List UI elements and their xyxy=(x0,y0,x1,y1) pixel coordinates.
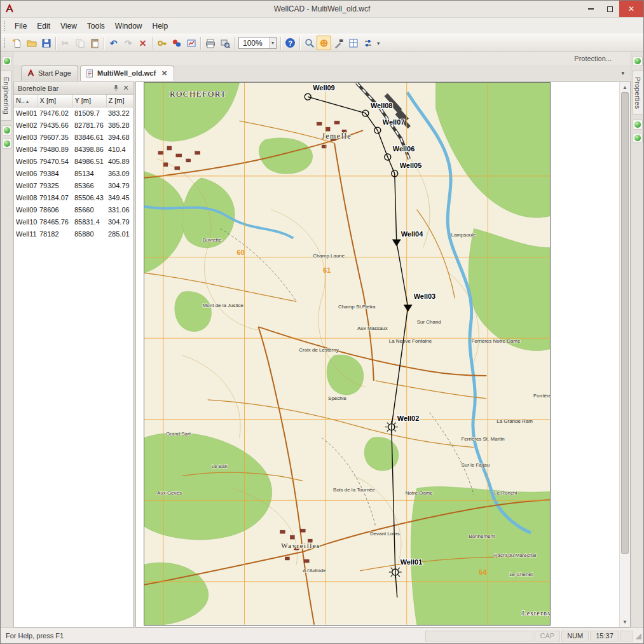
tab-start-page[interactable]: Start Page xyxy=(21,65,78,81)
crosshair-target-icon: ⊕ xyxy=(320,38,328,48)
left-panel-button-3[interactable] xyxy=(2,139,12,149)
color-options-button[interactable] xyxy=(169,36,184,50)
well-positions-button[interactable]: ⊕ xyxy=(317,36,331,50)
scroll-thumb[interactable] xyxy=(621,92,629,554)
document-icon xyxy=(86,69,94,78)
table-row[interactable]: Well0379607.3583846.61394.68 xyxy=(14,131,133,143)
menu-edit[interactable]: Edit xyxy=(32,19,55,33)
template-settings-button[interactable] xyxy=(360,36,375,50)
table-row[interactable]: Well0579470.5484986.51405.89 xyxy=(14,155,133,167)
tab-multiwell-old[interactable]: MultiWell_old.wcf ✕ xyxy=(80,65,174,81)
toolbar-overflow-chevron-icon[interactable]: ▾ xyxy=(375,40,382,46)
find-button[interactable] xyxy=(302,36,317,50)
sheet-layout-button[interactable] xyxy=(346,36,360,50)
borehole-bar-title: Borehole Bar xyxy=(18,85,111,92)
new-document-button[interactable] xyxy=(10,36,24,50)
log-chart-icon xyxy=(186,38,196,48)
panel-close-icon[interactable]: ✕ xyxy=(121,84,131,92)
map-place-label: ROCHEFORT xyxy=(170,89,227,99)
menu-window[interactable]: Window xyxy=(110,19,147,33)
design-tools-button[interactable] xyxy=(331,36,346,50)
app-window: WellCAD - MultiWell_old.wcf ✕ FileEditVi… xyxy=(0,0,644,644)
zoom-dropdown-chevron-icon[interactable]: ▾ xyxy=(269,38,276,48)
log-settings-button[interactable] xyxy=(184,36,198,50)
right-panel-button-2[interactable] xyxy=(633,120,643,130)
delete-button[interactable]: ✕ xyxy=(135,36,150,50)
document-area: ROCHEFORTJemelleWavreillesLesternyFerriè… xyxy=(135,81,631,627)
well-label: Well01 xyxy=(401,558,423,566)
table-row[interactable]: Well077932585366304.79 xyxy=(14,179,133,191)
menu-help[interactable]: Help xyxy=(147,19,174,33)
cut-icon: ✂ xyxy=(62,39,69,48)
left-panel-button-2[interactable] xyxy=(2,125,12,135)
minimize-button[interactable] xyxy=(581,1,600,17)
tools-icon xyxy=(334,38,344,48)
well-label: Well03 xyxy=(414,292,436,300)
protection-button[interactable] xyxy=(154,36,169,50)
undo-button[interactable]: ↶ xyxy=(106,36,121,50)
map-place-label: Wavreilles xyxy=(281,542,320,549)
table-row[interactable]: Well1078465.7685831.4304.79 xyxy=(14,216,133,228)
new-document-icon xyxy=(12,38,22,48)
right-panel-button-1[interactable] xyxy=(633,56,643,66)
cut-button[interactable]: ✂ xyxy=(58,36,72,50)
scroll-up-icon[interactable]: ▲ xyxy=(620,82,630,92)
column-header-name[interactable]: N..▴ xyxy=(14,95,38,107)
table-row[interactable]: Well067938485134363.09 xyxy=(14,167,133,179)
print-button[interactable] xyxy=(203,36,217,50)
table-row[interactable]: Well0479480.8984398.86410.4 xyxy=(14,143,133,155)
map-place-label: Jemelle xyxy=(322,132,352,140)
maximize-button[interactable] xyxy=(600,1,619,17)
borehole-table-body: Well0179476.0281509.7383.22Well0279435.6… xyxy=(14,107,133,240)
table-row[interactable]: Well0879184.0785506.43349.45 xyxy=(14,191,133,203)
right-panel-button-3[interactable] xyxy=(633,133,643,143)
paste-icon xyxy=(90,38,100,48)
left-panel-button-1[interactable] xyxy=(2,56,12,66)
map-place-label: La Grande Ram xyxy=(497,418,533,424)
map-place-label: Sur Chand xyxy=(417,319,441,325)
menu-tools[interactable]: Tools xyxy=(82,19,110,33)
menu-file[interactable]: File xyxy=(10,19,32,33)
column-header-z[interactable]: Z [m] xyxy=(106,95,133,107)
map-viewport[interactable]: ROCHEFORTJemelleWavreillesLesternyFerriè… xyxy=(136,82,619,627)
menu-view[interactable]: View xyxy=(55,19,82,33)
save-icon xyxy=(41,38,51,48)
printer-icon xyxy=(205,38,216,48)
pin-icon[interactable] xyxy=(111,85,121,92)
tab-list-chevron-icon[interactable]: ▾ xyxy=(619,69,627,78)
copy-icon xyxy=(75,38,85,48)
green-panel-icon xyxy=(634,58,641,64)
print-preview-button[interactable] xyxy=(217,36,232,50)
toolbar-grip[interactable] xyxy=(4,38,6,48)
properties-tab[interactable]: Properties xyxy=(632,71,643,115)
resize-grip-icon[interactable]: ◢ xyxy=(636,631,641,640)
column-header-y[interactable]: Y [m] xyxy=(72,95,106,107)
color-dots-icon xyxy=(172,38,182,48)
tab-close-icon[interactable]: ✕ xyxy=(161,69,167,78)
vertical-scrollbar[interactable]: ▲ ▼ xyxy=(619,82,630,627)
menubar-grip[interactable] xyxy=(4,21,6,31)
save-button[interactable] xyxy=(39,36,53,50)
map-place-label: Ferrières St. Martin xyxy=(461,436,504,442)
map-view[interactable]: ROCHEFORTJemelleWavreillesLesternyFerriè… xyxy=(144,82,551,626)
toolbar-separator xyxy=(234,37,235,50)
zoom-level-combo[interactable]: 100% ▾ xyxy=(238,37,277,49)
map-place-label: A l'Avlinde xyxy=(303,568,326,573)
open-file-button[interactable] xyxy=(24,36,39,50)
copy-button[interactable] xyxy=(72,36,87,50)
close-button[interactable]: ✕ xyxy=(619,1,643,17)
engineering-tab[interactable]: Engineering xyxy=(1,71,12,121)
status-segment-empty xyxy=(620,631,633,641)
redo-button[interactable]: ↷ xyxy=(121,36,135,50)
map-grid-number: 60 xyxy=(237,249,245,256)
scroll-down-icon[interactable]: ▼ xyxy=(620,617,630,627)
table-row[interactable]: Well0179476.0281509.7383.22 xyxy=(14,107,133,119)
table-row[interactable]: Well0279435.6682781.76385.28 xyxy=(14,119,133,131)
table-row[interactable]: Well097860685660331.06 xyxy=(14,203,133,216)
column-header-x[interactable]: X [m] xyxy=(38,95,72,107)
well-label: Well05 xyxy=(400,161,422,169)
table-row[interactable]: Well117818285880285.01 xyxy=(14,228,133,240)
help-button[interactable]: ? xyxy=(283,36,298,50)
print-preview-icon xyxy=(220,38,230,48)
paste-button[interactable] xyxy=(87,36,102,50)
